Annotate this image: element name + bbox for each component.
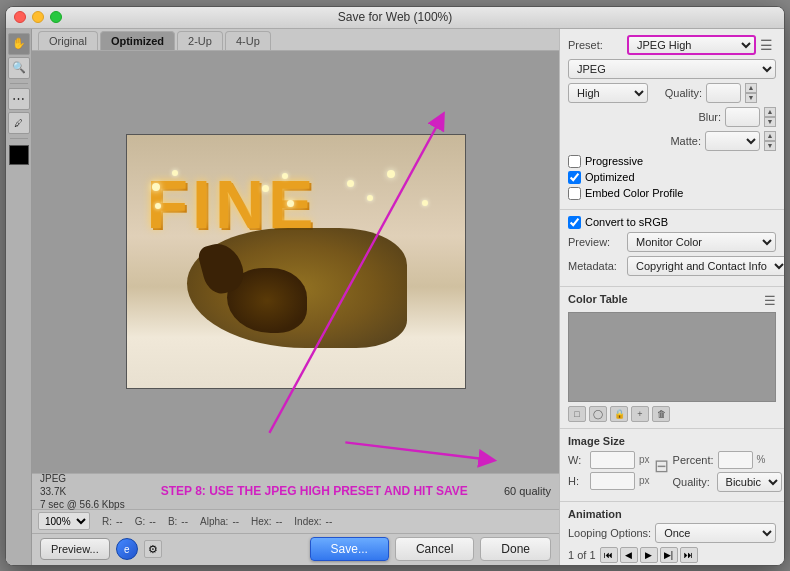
- foreground-color[interactable]: [9, 145, 29, 165]
- maximize-button[interactable]: [50, 11, 62, 23]
- blur-stepper[interactable]: ▲ ▼: [764, 107, 776, 127]
- close-button[interactable]: [14, 11, 26, 23]
- eyedropper2-tool[interactable]: 🖊: [8, 112, 30, 134]
- looping-select[interactable]: Once Forever: [655, 523, 776, 543]
- frame-label: 1 of 1: [568, 549, 596, 561]
- preview-button[interactable]: Preview...: [40, 538, 110, 560]
- left-toolbar: ✋ 🔍 ⋯ 🖊: [6, 29, 32, 565]
- r-field: R: --: [102, 516, 123, 527]
- tab-4up[interactable]: 4-Up: [225, 31, 271, 50]
- index-value: --: [326, 516, 333, 527]
- preview-row: Preview: Monitor Color: [568, 232, 776, 252]
- percent-row: Percent: 100 %: [673, 451, 782, 469]
- r-value: --: [116, 516, 123, 527]
- color-section: Convert to sRGB Preview: Monitor Color M…: [560, 210, 784, 287]
- settings-icon[interactable]: ⚙: [144, 540, 162, 558]
- ct-icon-1[interactable]: □: [568, 406, 586, 422]
- blur-down[interactable]: ▼: [764, 117, 776, 127]
- link-proportions-icon[interactable]: ⊟: [654, 451, 669, 477]
- image-size-header: Image Size: [568, 435, 776, 447]
- height-input[interactable]: 300: [590, 472, 635, 490]
- preview-select[interactable]: Monitor Color: [627, 232, 776, 252]
- zoom-control[interactable]: 100% 50% 200%: [38, 512, 90, 530]
- browser-icon[interactable]: e: [116, 538, 138, 560]
- matte-down[interactable]: ▼: [764, 141, 776, 151]
- image-size-section: Image Size W: 400 px H: 300 px: [560, 429, 784, 502]
- frame-first[interactable]: ⏮: [600, 547, 618, 563]
- main-area: ✋ 🔍 ⋯ 🖊 Original Optimized 2-Up 4-Up FIN…: [6, 29, 784, 565]
- ct-icon-5[interactable]: 🗑: [652, 406, 670, 422]
- frame-last[interactable]: ⏭: [680, 547, 698, 563]
- hand-tool[interactable]: ✋: [8, 33, 30, 55]
- preview-image: FINE: [126, 134, 466, 389]
- format-select[interactable]: JPEG GIF PNG-8 PNG-24: [568, 59, 776, 79]
- quality-type-select[interactable]: High Low Medium Maximum: [568, 83, 648, 103]
- zoom-tool[interactable]: 🔍: [8, 57, 30, 79]
- convert-srgb-label: Convert to sRGB: [585, 216, 668, 228]
- quality-stepper[interactable]: ▲ ▼: [745, 83, 757, 103]
- resample-select[interactable]: Bicubic Bilinear Nearest: [717, 472, 782, 492]
- percent-input[interactable]: 100: [718, 451, 753, 469]
- tab-optimized[interactable]: Optimized: [100, 31, 175, 50]
- w-label: W:: [568, 454, 586, 466]
- index-label: Index:: [294, 516, 321, 527]
- frame-play[interactable]: ▶: [640, 547, 658, 563]
- r-label: R:: [102, 516, 112, 527]
- quality-label: Quality:: [652, 87, 702, 99]
- ct-icon-2[interactable]: ◯: [589, 406, 607, 422]
- status-bar: 100% 50% 200% R: -- G: -- B: --: [32, 509, 559, 533]
- blur-up[interactable]: ▲: [764, 107, 776, 117]
- tab-2up[interactable]: 2-Up: [177, 31, 223, 50]
- done-button[interactable]: Done: [480, 537, 551, 561]
- titlebar: Save for Web (100%): [6, 7, 784, 29]
- index-field: Index: --: [294, 516, 332, 527]
- right-panel: Preset: JPEG High JPEG Low JPEG Medium G…: [559, 29, 784, 565]
- metadata-select[interactable]: Copyright and Contact Info None All: [627, 256, 784, 276]
- quality-input[interactable]: 60: [706, 83, 741, 103]
- optimized-row: Optimized: [568, 171, 776, 184]
- hex-field: Hex: --: [251, 516, 282, 527]
- image-file-info: JPEG 33.7K 7 sec @ 56.6 Kbps: [40, 472, 125, 511]
- animation-section: Animation Looping Options: Once Forever …: [560, 502, 784, 565]
- resample-row: Quality: Bicubic Bilinear Nearest: [673, 472, 782, 492]
- embed-color-label: Embed Color Profile: [585, 187, 683, 199]
- matte-up[interactable]: ▲: [764, 131, 776, 141]
- quality-resample-label: Quality:: [673, 476, 713, 488]
- looping-label: Looping Options:: [568, 527, 651, 539]
- preset-label: Preset:: [568, 39, 623, 51]
- tab-original[interactable]: Original: [38, 31, 98, 50]
- save-button[interactable]: Save...: [310, 537, 389, 561]
- eyedropper-tool[interactable]: ⋯: [8, 88, 30, 110]
- ct-icon-3[interactable]: 🔒: [610, 406, 628, 422]
- minimize-button[interactable]: [32, 11, 44, 23]
- frame-prev[interactable]: ◀: [620, 547, 638, 563]
- g-label: G:: [135, 516, 146, 527]
- alpha-label: Alpha:: [200, 516, 228, 527]
- preset-select[interactable]: JPEG High JPEG Low JPEG Medium GIF 32: [627, 35, 756, 55]
- quality-up[interactable]: ▲: [745, 83, 757, 93]
- matte-label: Matte:: [666, 135, 701, 147]
- save-for-web-window: Save for Web (100%) ✋ 🔍 ⋯ 🖊 Original Opt…: [5, 6, 785, 566]
- progressive-checkbox[interactable]: [568, 155, 581, 168]
- zoom-select[interactable]: 100% 50% 200%: [38, 512, 90, 530]
- h-unit: px: [639, 475, 650, 486]
- tool-separator-2: [10, 138, 28, 139]
- convert-srgb-checkbox[interactable]: [568, 216, 581, 229]
- matte-stepper[interactable]: ▲ ▼: [764, 131, 776, 151]
- buttons-bar: Preview... e ⚙ Save... Cancel Done: [32, 533, 559, 565]
- embed-color-checkbox[interactable]: [568, 187, 581, 200]
- canvas-area: Original Optimized 2-Up 4-Up FINE: [32, 29, 559, 565]
- frame-next[interactable]: ▶|: [660, 547, 678, 563]
- panel-menu-icon[interactable]: ☰: [760, 37, 776, 53]
- color-table-menu[interactable]: ☰: [764, 293, 776, 308]
- ct-icon-4[interactable]: +: [631, 406, 649, 422]
- optimized-label: Optimized: [585, 171, 635, 183]
- height-row: H: 300 px: [568, 472, 650, 490]
- blur-input[interactable]: 0: [725, 107, 760, 127]
- quality-down[interactable]: ▼: [745, 93, 757, 103]
- width-input[interactable]: 400: [590, 451, 635, 469]
- cancel-button[interactable]: Cancel: [395, 537, 474, 561]
- alpha-field: Alpha: --: [200, 516, 239, 527]
- optimized-checkbox[interactable]: [568, 171, 581, 184]
- matte-select[interactable]: White Black: [705, 131, 760, 151]
